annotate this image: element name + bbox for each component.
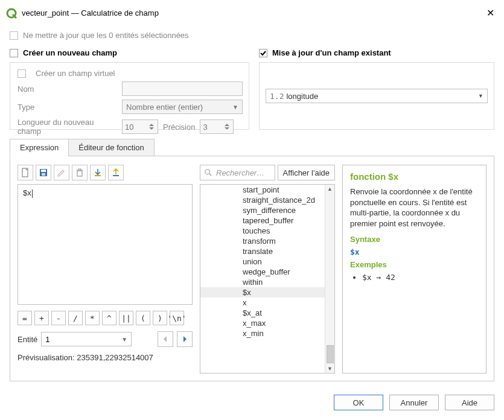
function-list-item[interactable]: x_min: [200, 328, 334, 339]
operator-button[interactable]: ): [153, 311, 167, 325]
preview-value: 235391,22932514007: [77, 353, 153, 362]
function-list[interactable]: start_pointstraight_distance_2dsym_diffe…: [200, 184, 335, 374]
scroll-up-icon[interactable]: ▲: [327, 185, 333, 193]
svg-rect-4: [42, 173, 45, 176]
create-new-field-checkbox[interactable]: [10, 49, 18, 57]
function-list-item[interactable]: $x: [200, 287, 334, 298]
length-value: 10: [125, 122, 133, 132]
scroll-down-icon[interactable]: ▼: [327, 364, 333, 373]
svg-rect-7: [113, 175, 119, 176]
only-selected-checkbox: [10, 31, 18, 40]
operator-button[interactable]: ^: [102, 311, 116, 325]
operator-button[interactable]: =: [18, 311, 32, 325]
function-list-item[interactable]: union: [200, 256, 334, 267]
function-list-item[interactable]: x_max: [200, 318, 334, 328]
search-icon: [204, 168, 212, 177]
function-list-item[interactable]: wedge_buffer: [200, 267, 334, 277]
show-help-button[interactable]: Afficher l'aide: [278, 165, 335, 180]
tab-function-editor[interactable]: Éditeur de fonction: [68, 139, 154, 156]
next-entity-button[interactable]: [177, 331, 193, 347]
entity-select[interactable]: 1 ▼: [41, 332, 132, 346]
update-existing-field-heading: Mise à jour d'un champ existant: [272, 48, 391, 57]
chevron-down-icon: ▼: [121, 336, 127, 343]
svg-point-8: [205, 170, 210, 174]
help-description: Renvoie la coordonnée x de l'entité ponc…: [350, 186, 479, 229]
operator-button[interactable]: -: [51, 311, 66, 325]
search-placeholder: Rechercher…: [216, 168, 264, 177]
chevron-down-icon: ▼: [478, 93, 483, 99]
virtual-field-label: Créer un champ virtuel: [36, 69, 115, 78]
function-list-item[interactable]: straight_distance_2d: [200, 195, 334, 205]
function-list-item[interactable]: sym_difference: [200, 205, 334, 215]
operator-button[interactable]: (: [136, 311, 150, 325]
qgis-logo-icon: [6, 8, 17, 19]
search-input[interactable]: Rechercher…: [200, 165, 275, 180]
function-list-item[interactable]: transform: [200, 236, 334, 246]
help-title: fonction $x: [350, 171, 479, 182]
function-list-item[interactable]: tapered_buffer: [200, 215, 334, 226]
type-label: Type: [18, 103, 117, 112]
prev-entity-button[interactable]: [158, 331, 173, 347]
operator-button[interactable]: ||: [119, 311, 133, 325]
close-icon[interactable]: ✕: [484, 5, 497, 21]
function-list-item[interactable]: within: [200, 277, 334, 287]
operator-button[interactable]: *: [85, 311, 100, 325]
svg-rect-3: [41, 170, 46, 172]
function-list-item[interactable]: x: [200, 298, 334, 308]
function-list-item[interactable]: $x_at: [200, 308, 334, 318]
svg-rect-6: [95, 175, 101, 176]
window-title: vecteur_point — Calculatrice de champ: [22, 8, 484, 18]
svg-rect-5: [77, 171, 82, 176]
name-label: Nom: [18, 84, 117, 94]
field-type-icon: 1.2: [270, 92, 284, 101]
ok-button[interactable]: OK: [334, 395, 383, 410]
operator-button[interactable]: +: [34, 311, 49, 325]
update-existing-field-checkbox[interactable]: [259, 49, 267, 57]
function-list-item[interactable]: touches: [200, 226, 334, 236]
function-list-item[interactable]: start_point: [200, 185, 334, 195]
edit-icon[interactable]: [54, 165, 69, 180]
precision-spin: 3: [200, 119, 234, 134]
entity-label: Entité: [18, 335, 37, 344]
help-syntax-token: $x: [350, 247, 479, 256]
expression-text: $x: [23, 188, 31, 197]
create-new-field-heading: Créer un nouveau champ: [23, 48, 117, 57]
scroll-thumb[interactable]: [327, 345, 334, 363]
tab-expression[interactable]: Expression: [10, 139, 69, 156]
precision-label: Précision: [163, 122, 195, 132]
help-examples-heading: Exemples: [350, 260, 479, 269]
length-label: Longueur du nouveau champ: [18, 118, 117, 136]
help-syntax-heading: Syntaxe: [350, 235, 479, 244]
precision-value: 3: [203, 122, 207, 132]
expression-editor[interactable]: $x: [18, 184, 193, 305]
chevron-down-icon: ▼: [232, 104, 238, 110]
type-select: Nombre entier (entier) ▼: [122, 100, 243, 114]
length-spin: 10: [122, 119, 158, 134]
delete-icon[interactable]: [72, 165, 88, 180]
entity-value: 1: [45, 335, 49, 344]
new-file-icon[interactable]: [18, 165, 33, 180]
help-panel: fonction $x Renvoie la coordonnée x de l…: [342, 165, 486, 374]
virtual-field-checkbox: [18, 69, 26, 78]
cancel-button[interactable]: Annuler: [389, 395, 439, 410]
export-icon[interactable]: [108, 165, 124, 180]
save-icon[interactable]: [36, 165, 51, 180]
existing-field-value: longitude: [286, 92, 318, 101]
only-selected-label: Ne mettre à jour que les 0 entités sélec…: [23, 31, 189, 40]
import-icon[interactable]: [90, 165, 106, 180]
preview-label: Prévisualisation:: [18, 353, 75, 362]
type-value: Nombre entier (entier): [126, 103, 203, 112]
existing-field-select[interactable]: 1.2 longitude ▼: [266, 89, 488, 103]
operator-button[interactable]: '\n': [170, 311, 184, 325]
operator-button[interactable]: /: [68, 311, 83, 325]
function-list-item[interactable]: translate: [200, 246, 334, 256]
name-input: [122, 81, 243, 96]
help-example-1: $x → 42: [362, 273, 479, 282]
scrollbar[interactable]: ▲ ▼: [325, 185, 334, 373]
help-button[interactable]: Aide: [445, 395, 494, 410]
